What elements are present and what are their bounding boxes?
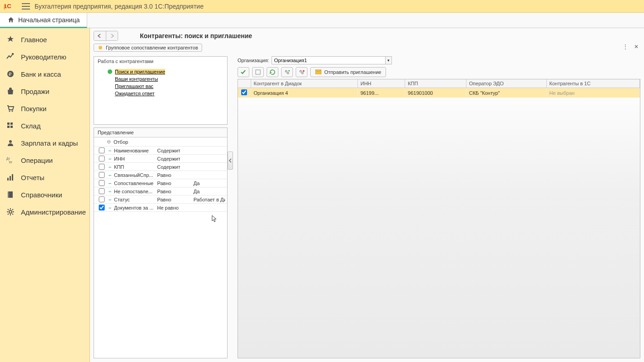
- sidebar-item-bars[interactable]: Отчеты: [0, 169, 89, 186]
- filter-condition: Содержит: [157, 164, 193, 170]
- filter-group[interactable]: ⊖ Отбор: [94, 137, 227, 147]
- more-button[interactable]: ⋮: [621, 43, 629, 51]
- menu-icon[interactable]: [22, 3, 30, 10]
- sidebar-item-person[interactable]: Зарплата и кадры: [0, 134, 89, 152]
- filter-row[interactable]: –СвязанныйСпр...Равно: [94, 171, 227, 179]
- cell-op: СКБ "Контур": [466, 88, 546, 98]
- dash-icon: –: [106, 164, 114, 170]
- row-checkbox[interactable]: [241, 89, 247, 95]
- filter-row[interactable]: –КППСодержит: [94, 163, 227, 171]
- uncheck-button[interactable]: [252, 67, 264, 77]
- cell-inn: 96199...: [357, 88, 405, 98]
- svg-point-9: [9, 140, 12, 143]
- filter-row[interactable]: –Документов за ...Не равно: [94, 204, 227, 212]
- refresh-button[interactable]: [267, 67, 278, 77]
- app-header: 1C Бухгалтерия предприятия, редакция 3.0…: [0, 0, 644, 13]
- sidebar-item-ruble[interactable]: ₽Банк и касса: [0, 65, 89, 83]
- filter-row[interactable]: –ИННСодержит: [94, 155, 227, 163]
- tree-link[interactable]: Поиск и приглашение: [115, 69, 165, 74]
- filter-condition: Равно: [157, 172, 193, 178]
- svg-rect-5: [7, 122, 10, 125]
- close-button[interactable]: ✕: [632, 43, 640, 51]
- svg-rect-8: [10, 126, 13, 128]
- chevron-down-icon[interactable]: ▾: [386, 56, 392, 64]
- filter-row[interactable]: –СтатусРавноРаботает в Диадок: [94, 196, 227, 204]
- filter-checkbox[interactable]: [98, 172, 106, 178]
- add-link-button[interactable]: [281, 67, 293, 77]
- filter-checkbox[interactable]: [98, 205, 106, 210]
- sidebar-item-dtkt[interactable]: ДтКтОперации: [0, 152, 89, 169]
- tree-link[interactable]: Ваши контрагенты: [115, 76, 158, 82]
- org-select[interactable]: ▾: [272, 56, 392, 64]
- filter-checkbox[interactable]: [98, 180, 106, 186]
- tab-home-label: Начальная страница: [18, 16, 79, 24]
- app-title: Бухгалтерия предприятия, редакция 3.0 1С…: [35, 3, 203, 10]
- tree-item[interactable]: Приглашают вас: [97, 83, 224, 90]
- column-header[interactable]: Контрагенты в 1С: [546, 79, 639, 88]
- sidebar-item-cart[interactable]: Покупки: [0, 100, 89, 117]
- collapse-handle[interactable]: [228, 152, 233, 170]
- filter-value: Работает в Диадок: [193, 197, 225, 202]
- cell-name: Организация 4: [251, 88, 357, 98]
- dtkt-icon: ДтКт: [6, 156, 15, 164]
- sidebar-item-bag[interactable]: Продажи: [0, 83, 89, 100]
- star-icon: [6, 35, 15, 44]
- table-row[interactable]: Организация 496199...961901000СКБ "Конту…: [238, 88, 640, 98]
- filter-checkbox[interactable]: [98, 164, 106, 170]
- sidebar-item-label: Отчеты: [21, 174, 45, 181]
- right-panel: Организация: ▾ Отправить приглашение: [238, 56, 640, 358]
- send-invite-button[interactable]: Отправить приглашение: [310, 67, 386, 77]
- column-header[interactable]: [238, 79, 251, 88]
- back-button[interactable]: [94, 31, 106, 40]
- cart-icon: [6, 104, 15, 113]
- column-header[interactable]: ИНН: [357, 79, 405, 88]
- dash-icon: –: [106, 189, 114, 194]
- filter-header: Представление: [94, 128, 227, 137]
- dash-icon: –: [106, 197, 114, 202]
- tree-item[interactable]: Ожидается ответ: [97, 90, 224, 97]
- tree-link[interactable]: Приглашают вас: [115, 83, 154, 89]
- filter-condition: Не равно: [157, 205, 193, 210]
- remove-link-button[interactable]: [296, 67, 307, 77]
- panels-row: Работа с контрагентами Поиск и приглашен…: [90, 52, 644, 362]
- svg-text:Кт: Кт: [9, 161, 13, 164]
- envelope-icon: [315, 69, 322, 75]
- filter-row[interactable]: –СопоставленныеРавноДа: [94, 179, 227, 187]
- svg-text:₽: ₽: [9, 72, 12, 77]
- tree-link[interactable]: Ожидается ответ: [115, 91, 154, 96]
- svg-rect-16: [8, 191, 9, 198]
- column-header[interactable]: КПП: [405, 79, 466, 88]
- sidebar-item-grid[interactable]: Склад: [0, 117, 89, 134]
- dash-icon: –: [106, 156, 114, 161]
- svg-point-18: [99, 46, 102, 49]
- filter-row[interactable]: –Не сопоставле...РавноДа: [94, 187, 227, 196]
- sidebar-item-book[interactable]: Справочники: [0, 186, 89, 203]
- filter-name: Статус: [114, 197, 157, 202]
- org-input[interactable]: [272, 56, 386, 64]
- content-area: Контрагенты: поиск и приглашение ⋮ ✕ Гру…: [90, 28, 644, 362]
- filter-condition: Равно: [157, 189, 193, 194]
- forward-button[interactable]: [106, 31, 118, 40]
- filter-checkbox[interactable]: [98, 147, 106, 153]
- sidebar: ГлавноеРуководителю₽Банк и кассаПродажиП…: [0, 28, 90, 362]
- right-toolbar: Отправить приглашение: [238, 67, 640, 77]
- sidebar-item-trend[interactable]: Руководителю: [0, 48, 89, 65]
- person-icon: [6, 139, 15, 147]
- check-button[interactable]: [238, 67, 249, 77]
- cell-kpp: 961901000: [405, 88, 466, 98]
- tree-item[interactable]: Поиск и приглашение: [97, 68, 224, 75]
- filter-checkbox[interactable]: [98, 188, 106, 194]
- filter-checkbox[interactable]: [98, 196, 106, 202]
- filter-condition: Равно: [157, 181, 193, 186]
- tab-home[interactable]: Начальная страница: [0, 13, 87, 28]
- filter-checkbox[interactable]: [98, 156, 106, 161]
- column-header[interactable]: Оператор ЭДО: [466, 79, 546, 88]
- tree-item[interactable]: Ваши контрагенты: [97, 75, 224, 83]
- sidebar-item-gear[interactable]: Администрирование: [0, 203, 89, 220]
- group-match-button[interactable]: Групповое сопоставление контрагентов: [94, 44, 202, 52]
- filter-name: Не сопоставле...: [114, 189, 157, 194]
- sidebar-item-star[interactable]: Главное: [0, 31, 89, 48]
- filter-row[interactable]: –НаименованиеСодержит: [94, 147, 227, 155]
- filter-name: Сопоставленные: [114, 181, 157, 186]
- column-header[interactable]: Контрагент в Диадок: [251, 79, 357, 88]
